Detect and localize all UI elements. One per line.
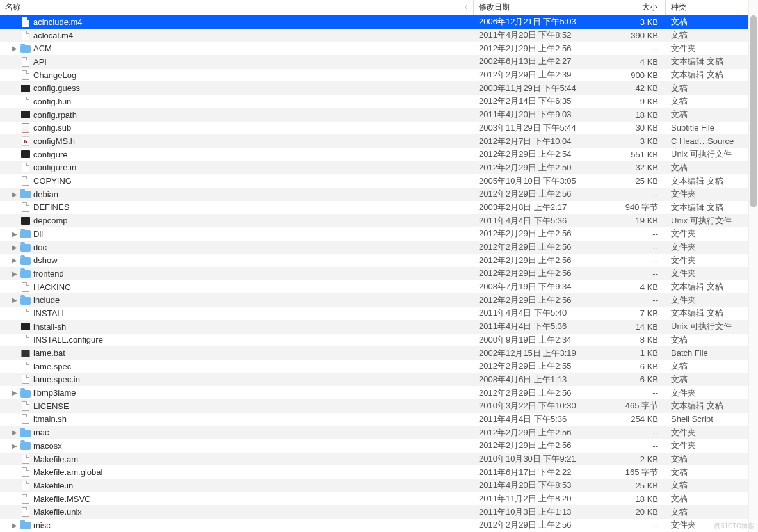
file-name-cell: ▶ACM (0, 44, 474, 54)
file-row[interactable]: ▶config.rpath2011年4月20日 下午9:0318 KB文稿 (0, 108, 748, 122)
disclosure-triangle-icon[interactable]: ▶ (12, 244, 18, 250)
file-row[interactable]: ▶libmp3lame2012年2月29日 上午2:56--文件夹 (0, 386, 748, 399)
disclosure-triangle-icon[interactable]: ▶ (12, 390, 18, 396)
disclosure-triangle-icon[interactable]: ▶ (12, 191, 18, 197)
file-row[interactable]: ▶INSTALL.configure2000年9月19日 上午2:348 KB文… (0, 334, 748, 347)
file-row[interactable]: ▶lame.spec.in2008年4月6日 上午1:136 KB文稿 (0, 373, 748, 387)
file-size-cell: 7 KB (599, 309, 666, 318)
file-row[interactable]: ▶dshow2012年2月29日 上午2:56--文件夹 (0, 254, 748, 267)
disclosure-triangle-icon[interactable]: ▶ (12, 297, 18, 303)
file-kind-cell: 文稿 (666, 334, 741, 346)
file-kind-cell: 文本编辑 文稿 (666, 202, 741, 213)
file-name-label: lame.spec (33, 362, 71, 371)
file-name-cell: ▶ltmain.sh (0, 414, 474, 424)
disclosure-triangle-icon[interactable]: ▶ (12, 430, 18, 436)
disclosure-triangle-icon[interactable]: ▶ (12, 270, 18, 277)
file-row[interactable]: ▶macosx2012年2月29日 上午2:56--文件夹 (0, 439, 748, 453)
folder-icon (20, 255, 31, 266)
doc-icon (20, 163, 31, 173)
file-row[interactable]: ▶Makefile.am.global2011年6月17日 下午2:22165 … (0, 465, 748, 479)
file-kind-cell: C Head…Source (666, 136, 741, 146)
file-row[interactable]: ▶frontend2012年2月29日 上午2:56--文件夹 (0, 267, 748, 280)
file-name-label: DEFINES (33, 202, 69, 212)
file-row[interactable]: ▶LICENSE2010年3月22日 下午10:30465 字节文本编辑 文稿 (0, 399, 748, 413)
file-row[interactable]: ▶Makefile.MSVC2011年11月2日 上午8:2018 KB文稿 (0, 492, 748, 506)
file-name-label: aclocal.m4 (33, 31, 73, 40)
file-row[interactable]: ▶include2012年2月29日 上午2:56--文件夹 (0, 293, 748, 307)
file-row[interactable]: ▶Makefile.am2010年10月30日 下午9:212 KB文稿 (0, 453, 748, 466)
file-row[interactable]: ▶install-sh2011年4月4日 下午5:3614 KBUnix 可执行… (0, 320, 748, 334)
column-header-name[interactable]: 名称 〈 (0, 0, 474, 15)
column-header-date[interactable]: 修改日期 (474, 0, 599, 15)
file-size-cell: 2 KB (599, 455, 666, 464)
file-name-cell: ▶doc (0, 242, 474, 252)
file-row[interactable]: ▶aclocal.m42011年4月20日 下午8:52390 KB文稿 (0, 29, 748, 42)
file-row[interactable]: ▶config.guess2003年11月29日 下午5:4442 KB文稿 (0, 81, 748, 95)
file-row[interactable]: ▶misc2012年2月29日 上午2:56--文件夹 (0, 519, 748, 532)
file-name-cell: ▶ChangeLog (0, 70, 474, 80)
file-row[interactable]: ▶configure.in2012年2月29日 上午2:5032 KB文稿 (0, 161, 748, 175)
file-row[interactable]: ▶COPYING2005年10月10日 下午3:0525 KB文本编辑 文稿 (0, 174, 748, 188)
file-name-cell: ▶mac (0, 428, 474, 438)
file-size-cell: -- (599, 441, 666, 451)
file-kind-cell: 文件夹 (666, 294, 741, 306)
sub-icon (20, 123, 31, 133)
file-row[interactable]: ▶config.h.in2012年2月14日 下午6:359 KB文稿 (0, 95, 748, 108)
file-row[interactable]: ▶ltmain.sh2011年4月4日 下午5:36254 KBShell Sc… (0, 413, 748, 426)
file-name-label: HACKING (33, 282, 71, 292)
file-row[interactable]: ▶INSTALL2011年4月4日 下午5:407 KB文本编辑 文稿 (0, 307, 748, 320)
file-date-cell: 2011年4月4日 下午5:36 (474, 321, 599, 332)
file-kind-cell: 文稿 (666, 374, 741, 385)
file-row[interactable]: ▶Dll2012年2月29日 上午2:56--文件夹 (0, 227, 748, 241)
file-name-cell: ▶dshow (0, 255, 474, 266)
file-row[interactable]: ▶lame.bat2002年12月15日 上午3:191 KBBatch Fil… (0, 346, 748, 360)
doc-icon (20, 507, 31, 517)
file-kind-cell: 文件夹 (666, 255, 741, 266)
file-name-cell: ▶API (0, 56, 474, 67)
file-date-cell: 2012年2月29日 上午2:56 (474, 427, 599, 439)
file-name-label: install-sh (33, 322, 66, 332)
folder-icon (20, 189, 31, 199)
doc-icon (20, 17, 31, 27)
file-name-label: include (33, 295, 60, 305)
file-date-cell: 2012年2月29日 上午2:56 (474, 188, 599, 200)
file-row[interactable]: ▶API2002年6月13日 上午2:274 KB文本编辑 文稿 (0, 55, 748, 69)
doc-icon (20, 401, 31, 411)
file-row[interactable]: ▶acinclude.m42006年12月21日 下午5:033 KB文稿 (0, 15, 748, 29)
doc-icon (20, 282, 31, 292)
file-list[interactable]: 名称 〈 修改日期 大小 种类 ▶acinclude.m42006年12月21日… (0, 0, 748, 532)
file-date-cell: 2012年2月29日 上午2:56 (474, 519, 599, 531)
file-size-cell: 8 KB (599, 335, 666, 344)
file-row[interactable]: ▶mac2012年2月29日 上午2:56--文件夹 (0, 426, 748, 439)
file-row[interactable]: ▶debian2012年2月29日 上午2:56--文件夹 (0, 188, 748, 201)
file-row[interactable]: ▶Makefile.in2011年4月20日 下午8:5325 KB文稿 (0, 479, 748, 492)
disclosure-triangle-icon[interactable]: ▶ (12, 442, 18, 449)
scrollbar-thumb[interactable] (750, 15, 757, 207)
file-row[interactable]: ▶HACKING2008年7月19日 下午9:344 KB文本编辑 文稿 (0, 280, 748, 294)
file-size-cell: 551 KB (599, 150, 666, 159)
file-row[interactable]: ▶configure2012年2月29日 上午2:54551 KBUnix 可执… (0, 148, 748, 161)
file-row[interactable]: ▶ACM2012年2月29日 上午2:56--文件夹 (0, 42, 748, 55)
column-header-size[interactable]: 大小 (599, 0, 666, 15)
column-header-kind[interactable]: 种类 (666, 0, 748, 15)
folder-icon (20, 440, 31, 451)
file-size-cell: -- (599, 229, 666, 239)
file-row[interactable]: ▶ChangeLog2012年2月29日 上午2:39900 KB文本编辑 文稿 (0, 69, 748, 82)
doc-icon (20, 467, 31, 478)
disclosure-triangle-icon[interactable]: ▶ (12, 522, 18, 528)
file-date-cell: 2012年2月7日 下午10:04 (474, 136, 599, 147)
folder-icon (20, 295, 31, 305)
file-row[interactable]: ▶Makefile.unix2011年10月3日 上午1:1320 KB文稿 (0, 505, 748, 519)
disclosure-triangle-icon[interactable]: ▶ (12, 45, 18, 52)
file-kind-cell: 文稿 (666, 16, 741, 28)
file-row[interactable]: ▶config.sub2003年11月29日 下午5:4430 KBSubtit… (0, 122, 748, 135)
file-row[interactable]: ▶DEFINES2003年2月8日 上午2:17940 字节文本编辑 文稿 (0, 201, 748, 214)
file-row[interactable]: ▶lame.spec2012年2月29日 上午2:556 KB文稿 (0, 360, 748, 373)
disclosure-triangle-icon[interactable]: ▶ (12, 230, 18, 237)
vertical-scrollbar[interactable] (748, 0, 758, 532)
file-row[interactable]: ▶doc2012年2月29日 上午2:56--文件夹 (0, 241, 748, 254)
file-row[interactable]: ▶depcomp2011年4月4日 下午5:3619 KBUnix 可执行文件 (0, 214, 748, 227)
disclosure-triangle-icon[interactable]: ▶ (12, 257, 18, 264)
file-row[interactable]: ▶hconfigMS.h2012年2月7日 下午10:043 KBC Head…… (0, 134, 748, 148)
file-name-cell: ▶config.rpath (0, 109, 474, 120)
